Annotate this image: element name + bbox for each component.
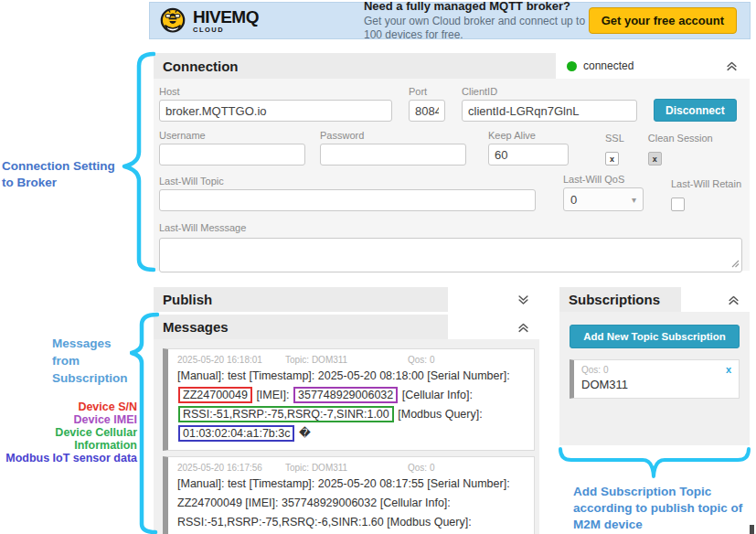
message-timestamp: 2025-05-20 16:17:56	[177, 463, 285, 473]
port-label: Port	[409, 86, 445, 97]
caret-down-icon: ▾	[632, 195, 636, 205]
message-segment: [Manual]: test [Timestamp]: 2025-05-20 0…	[177, 369, 510, 382]
message-segment: [Cellular Info]:	[402, 389, 473, 401]
username-label: Username	[159, 130, 305, 141]
connection-status: connected	[556, 53, 750, 79]
message-topic: Topic: DOM311	[285, 463, 408, 473]
annotation-device-cellular: Device Cellular Information	[0, 426, 137, 452]
ssl-label: SSL	[605, 133, 624, 144]
last-will-qos-value: 0	[570, 193, 577, 207]
message-qos: Qos: 0	[408, 355, 525, 365]
scrollbar-artifact	[750, 525, 754, 534]
clean-session-checkbox[interactable]: x	[648, 152, 662, 166]
host-label: Host	[159, 86, 392, 97]
message-segment: [IMEI]:	[256, 389, 289, 401]
keep-alive-input[interactable]	[488, 144, 569, 166]
connected-status-label: connected	[583, 59, 634, 72]
hivemq-logo: HIVEMQ CLOUD	[159, 7, 259, 35]
clientid-label: ClientID	[462, 86, 637, 97]
message-topic: Topic: DOM311	[285, 355, 408, 365]
add-new-topic-subscription-button[interactable]: Add New Topic Subscription	[570, 325, 740, 348]
last-will-retain-checkbox[interactable]	[671, 198, 685, 211]
get-free-account-button[interactable]: Get your free account	[589, 7, 737, 34]
messages-panel: Messages 2025-05-20 16:18:01 Topic: DOM3…	[154, 315, 539, 534]
annotation-modbus-sensor: Modbus IoT sensor data	[0, 452, 137, 465]
page: HIVEMQ CLOUD Need a fully managed MQTT b…	[0, 0, 756, 534]
expand-publish-icon[interactable]	[516, 294, 530, 306]
last-will-topic-label: Last-Will Topic	[159, 176, 536, 187]
message-body: [Manual]: test [Timestamp]: 2025-05-20 0…	[177, 475, 525, 534]
remove-subscription-button[interactable]: x	[726, 364, 731, 375]
annotation-connection-setting: Connection Setting to Broker	[2, 158, 130, 191]
subscription-qos: Qos: 0	[581, 365, 608, 375]
subscriptions-panel: Subscriptions Add New Topic Subscription…	[559, 287, 750, 445]
port-input[interactable]	[409, 100, 445, 122]
password-label: Password	[320, 130, 466, 141]
subscriptions-title: Subscriptions	[569, 292, 660, 307]
publish-title: Publish	[163, 292, 212, 307]
last-will-qos-select[interactable]: 0 ▾	[563, 187, 644, 211]
connected-status-dot	[567, 61, 577, 71]
last-will-retain-label: Last-Will Retain	[671, 178, 742, 189]
subscription-brace	[558, 447, 751, 484]
last-will-message-label: Last-Will Messsage	[159, 222, 246, 233]
last-will-message-textarea[interactable]	[159, 238, 742, 272]
message-segment: �	[299, 427, 311, 440]
message-timestamp: 2025-05-20 16:18:01	[177, 355, 285, 365]
cellular-info-highlight: RSSI:-51,RSRP:-75,RSRQ:-7,SINR:1.00	[178, 406, 394, 422]
ssl-checkbox[interactable]: x	[605, 152, 619, 166]
brand-sub: CLOUD	[193, 27, 259, 34]
password-input[interactable]	[320, 144, 466, 166]
modbus-data-highlight: 01:03:02:04:a1:7b:3c	[178, 425, 294, 442]
message-card: 2025-05-20 16:17:56 Topic: DOM311 Qos: 0…	[163, 456, 535, 534]
device-imei-highlight: 357748929006032	[293, 387, 398, 403]
collapse-subscriptions-icon[interactable]	[727, 294, 740, 306]
username-input[interactable]	[159, 144, 305, 166]
connection-panel: Connection connected Host Port	[154, 53, 750, 271]
hivemq-banner: HIVEMQ CLOUD Need a fully managed MQTT b…	[149, 2, 751, 39]
message-body: [Manual]: test [Timestamp]: 2025-05-20 0…	[177, 367, 525, 443]
device-serial-highlight: ZZ24700049	[178, 387, 252, 403]
banner-headline: Need a fully managed MQTT broker?	[364, 0, 589, 15]
connection-title: Connection	[163, 59, 239, 74]
annotation-device-imei: Device IMEI	[0, 413, 137, 426]
messages-title: Messages	[163, 319, 229, 335]
brand-name: HIVEMQ	[193, 8, 259, 26]
clean-session-label: Clean Session	[648, 133, 713, 144]
disconnect-button[interactable]: Disconnect	[654, 99, 737, 122]
subscription-topic-card: Qos: 0 x DOM311	[570, 359, 740, 399]
subscription-topic-name: DOM311	[581, 378, 731, 391]
annotation-add-subscription-topic: Add Subscription Topic according to publ…	[573, 484, 756, 533]
banner-subline: Get your own Cloud broker and connect up…	[364, 15, 589, 42]
clientid-input[interactable]	[462, 100, 637, 122]
message-card: 2025-05-20 16:18:01 Topic: DOM311 Qos: 0…	[163, 348, 535, 451]
collapse-messages-icon[interactable]	[516, 321, 530, 334]
message-segment: [Modbus Query]:	[398, 408, 482, 421]
host-input[interactable]	[159, 100, 392, 122]
annotation-legend: Device S/N Device IMEI Device Cellular I…	[0, 400, 137, 465]
annotation-messages-from-subscription: Messages from Subscription	[52, 335, 153, 387]
publish-panel: Publish	[154, 287, 539, 312]
message-qos: Qos: 0	[408, 463, 525, 473]
annotation-device-sn: Device S/N	[0, 400, 137, 413]
last-will-qos-label: Last-Will QoS	[563, 174, 644, 185]
bee-icon	[159, 7, 186, 35]
last-will-topic-input[interactable]	[159, 189, 536, 211]
keep-alive-label: Keep Alive	[488, 130, 569, 141]
collapse-connection-icon[interactable]	[725, 59, 739, 72]
